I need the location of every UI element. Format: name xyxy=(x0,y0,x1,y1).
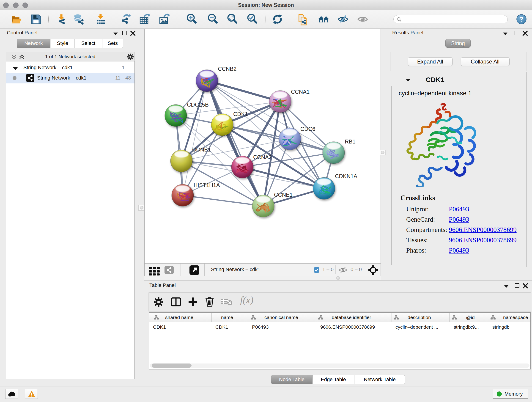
svg-text:CCNE1: CCNE1 xyxy=(274,191,293,198)
svg-text:CCNB1: CCNB1 xyxy=(192,147,211,153)
svg-text:CCNA1: CCNA1 xyxy=(291,89,310,95)
svg-text:CDK1: CDK1 xyxy=(233,111,248,117)
svg-text:CDC6: CDC6 xyxy=(300,126,315,132)
svg-text:RB1: RB1 xyxy=(345,138,355,145)
svg-text:?: ? xyxy=(519,15,524,23)
svg-text:CCNA2: CCNA2 xyxy=(253,154,272,160)
svg-text:CDKN1A: CDKN1A xyxy=(335,173,357,179)
svg-text:HIST1H1A: HIST1H1A xyxy=(194,182,220,188)
svg-text:CDC25B: CDC25B xyxy=(187,102,209,108)
svg-text:CCNB2: CCNB2 xyxy=(218,66,236,72)
